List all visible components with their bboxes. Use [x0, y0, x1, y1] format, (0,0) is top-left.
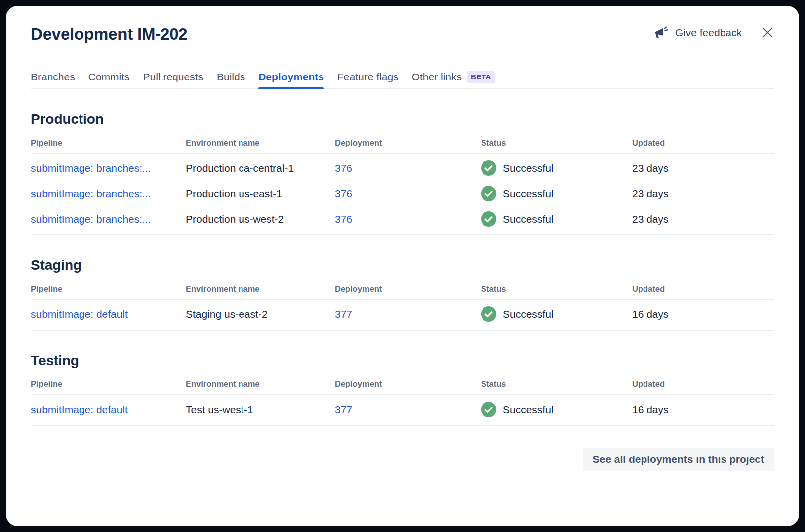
- environment-name: Production us-east-1: [186, 188, 335, 200]
- environment-name: Production us-west-2: [186, 213, 335, 225]
- section-heading: Staging: [31, 257, 774, 273]
- tab-deployments[interactable]: Deployments: [258, 71, 324, 89]
- tab-other-links[interactable]: Other links BETA: [412, 71, 495, 89]
- column-header-deployment: Deployment: [335, 284, 481, 294]
- status-cell: Successful: [481, 160, 632, 176]
- status-cell: Successful: [481, 211, 632, 227]
- status-cell: Successful: [481, 186, 632, 201]
- column-header-environment-name: Environment name: [186, 380, 335, 389]
- updated-cell: 16 days: [632, 404, 774, 416]
- table-header-row: PipelineEnvironment nameDeploymentStatus…: [31, 284, 774, 300]
- pipeline-link[interactable]: submitImage: default: [31, 404, 186, 416]
- column-header-pipeline: Pipeline: [31, 138, 186, 148]
- deployment-section: Production PipelineEnvironment nameDeplo…: [31, 111, 774, 235]
- column-header-pipeline: Pipeline: [31, 284, 186, 294]
- beta-badge: BETA: [467, 71, 495, 83]
- tab-label: Pull requests: [143, 71, 203, 83]
- column-header-status: Status: [481, 138, 632, 148]
- deployment-link[interactable]: 377: [335, 404, 481, 416]
- pipeline-link[interactable]: submitImage: branches:...: [31, 213, 186, 225]
- environment-name: Production ca-central-1: [186, 162, 335, 174]
- table-body: submitImage: default Test us-west-1 377 …: [31, 395, 774, 426]
- section-heading: Testing: [31, 353, 774, 369]
- see-all-deployments-button[interactable]: See all deployments in this project: [583, 448, 774, 471]
- table-row: submitImage: branches:... Production us-…: [31, 206, 774, 231]
- deployment-link[interactable]: 376: [335, 162, 481, 174]
- status-cell: Successful: [481, 402, 632, 417]
- deployment-link[interactable]: 376: [335, 213, 481, 225]
- tab-label: Builds: [217, 71, 245, 83]
- success-check-icon: [481, 402, 496, 417]
- table-header-row: PipelineEnvironment nameDeploymentStatus…: [31, 380, 774, 395]
- column-header-updated: Updated: [632, 284, 774, 294]
- table-header-row: PipelineEnvironment nameDeploymentStatus…: [31, 138, 774, 154]
- column-header-environment-name: Environment name: [186, 284, 335, 294]
- tab-label: Deployments: [258, 71, 324, 83]
- pipeline-link[interactable]: submitImage: branches:...: [31, 162, 186, 174]
- column-header-updated: Updated: [632, 380, 774, 389]
- updated-cell: 16 days: [632, 308, 774, 320]
- column-header-status: Status: [481, 284, 632, 294]
- dialog-header: Development IM-202 Give feedback: [31, 24, 774, 45]
- tab-label: Other links: [412, 71, 462, 83]
- megaphone-icon: [654, 26, 669, 39]
- environment-name: Staging us-east-2: [186, 308, 335, 320]
- dialog-footer: See all deployments in this project: [31, 448, 774, 471]
- tab-commits[interactable]: Commits: [88, 71, 130, 89]
- table-row: submitImage: branches:... Production ca-…: [31, 155, 774, 181]
- column-header-environment-name: Environment name: [186, 138, 335, 148]
- header-actions: Give feedback: [654, 26, 774, 39]
- column-header-updated: Updated: [632, 138, 774, 148]
- status-label: Successful: [503, 213, 554, 225]
- tab-builds[interactable]: Builds: [217, 71, 245, 89]
- success-check-icon: [481, 160, 496, 176]
- column-header-pipeline: Pipeline: [31, 380, 186, 389]
- deployment-section: Staging PipelineEnvironment nameDeployme…: [31, 257, 774, 331]
- table-row: submitImage: branches:... Production us-…: [31, 181, 774, 206]
- updated-cell: 23 days: [632, 213, 774, 225]
- table-body: submitImage: default Staging us-east-2 3…: [31, 300, 774, 331]
- environment-name: Test us-west-1: [186, 404, 335, 416]
- tab-label: Branches: [31, 71, 75, 83]
- status-label: Successful: [503, 162, 554, 174]
- section-heading: Production: [31, 111, 774, 127]
- pipeline-link[interactable]: submitImage: branches:...: [31, 188, 186, 200]
- column-header-status: Status: [481, 380, 632, 389]
- tab-feature-flags[interactable]: Feature flags: [337, 71, 399, 89]
- updated-cell: 23 days: [632, 162, 774, 174]
- updated-cell: 23 days: [632, 188, 774, 200]
- deployment-link[interactable]: 377: [335, 308, 481, 320]
- deployment-section: Testing PipelineEnvironment nameDeployme…: [31, 353, 774, 426]
- status-label: Successful: [503, 404, 554, 416]
- sections-container: Production PipelineEnvironment nameDeplo…: [31, 111, 774, 426]
- table-row: submitImage: default Test us-west-1 377 …: [31, 397, 774, 422]
- success-check-icon: [481, 306, 496, 322]
- table-body: submitImage: branches:... Production ca-…: [31, 154, 774, 235]
- tab-branches[interactable]: Branches: [31, 71, 75, 89]
- give-feedback-button[interactable]: Give feedback: [654, 26, 742, 39]
- column-header-deployment: Deployment: [335, 138, 481, 148]
- table-row: submitImage: default Staging us-east-2 3…: [31, 302, 774, 327]
- pipeline-link[interactable]: submitImage: default: [31, 308, 186, 320]
- success-check-icon: [481, 211, 496, 227]
- page-title: Development IM-202: [31, 24, 188, 45]
- success-check-icon: [481, 186, 496, 201]
- tab-bar: Branches Commits Pull requests Builds De…: [31, 71, 774, 89]
- give-feedback-label: Give feedback: [675, 27, 742, 39]
- deployment-link[interactable]: 376: [335, 188, 481, 200]
- close-icon[interactable]: [761, 26, 774, 39]
- development-dialog: Development IM-202 Give feedback Br: [6, 6, 799, 526]
- tab-pull-requests[interactable]: Pull requests: [143, 71, 203, 89]
- tab-label: Commits: [88, 71, 130, 83]
- status-cell: Successful: [481, 306, 632, 322]
- status-label: Successful: [503, 188, 554, 200]
- column-header-deployment: Deployment: [335, 380, 481, 389]
- status-label: Successful: [503, 308, 554, 320]
- tab-label: Feature flags: [337, 71, 399, 83]
